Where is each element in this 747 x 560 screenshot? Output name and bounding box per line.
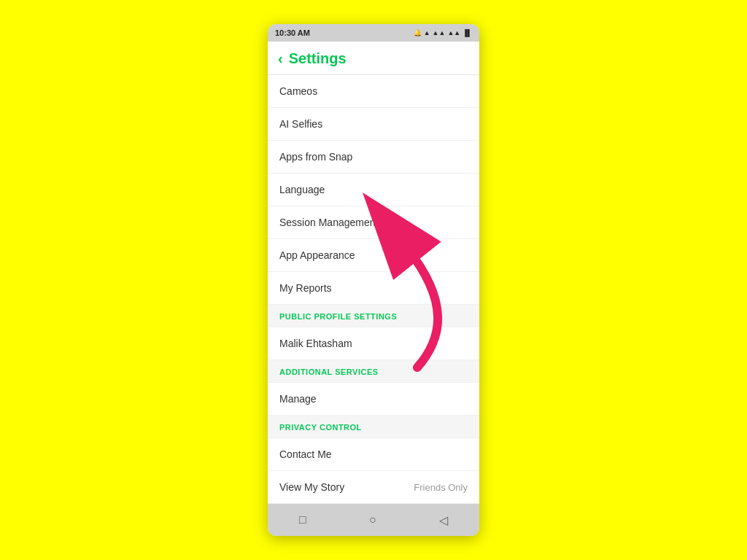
status-icons: 🔔 ▲ ▲▲ ▲▲ ▐▌ xyxy=(414,29,472,36)
section-header-public-profile: PUBLIC PROFILE SETTINGS xyxy=(268,305,479,327)
nav-triangle-button[interactable]: ◁ xyxy=(439,513,448,527)
nav-square-button[interactable]: □ xyxy=(299,513,306,526)
section-header-public-profile-label: PUBLIC PROFILE SETTINGS xyxy=(279,312,397,321)
menu-item-view-my-story-label: View My Story xyxy=(279,481,344,493)
menu-item-session-management[interactable]: Session Management xyxy=(268,206,479,239)
battery-icon: ▐▌ xyxy=(462,29,472,36)
section-header-additional-services-label: ADDITIONAL SERVICES xyxy=(279,368,379,376)
section-header-additional-services: ADDITIONAL SERVICES xyxy=(268,360,479,383)
menu-item-my-reports[interactable]: My Reports xyxy=(268,272,479,305)
settings-header: ‹ Settings xyxy=(268,42,479,75)
menu-item-language-label: Language xyxy=(279,184,325,195)
menu-item-view-my-story-value: Friends Only xyxy=(414,482,468,493)
phone-frame: 10:30 AM 🔔 ▲ ▲▲ ▲▲ ▐▌ ‹ Settings Cameos … xyxy=(268,24,479,536)
signal-icon: ▲▲ xyxy=(433,29,446,36)
menu-item-my-reports-label: My Reports xyxy=(279,282,332,294)
menu-item-manage-label: Manage xyxy=(279,393,317,405)
menu-item-ai-selfies[interactable]: AI Selfies xyxy=(268,108,479,141)
wifi-icon: ▲ xyxy=(424,29,430,36)
menu-item-session-management-label: Session Management xyxy=(279,217,378,228)
menu-item-view-my-story[interactable]: View My Story Friends Only xyxy=(268,471,479,504)
section-header-privacy-control: PRIVACY CONTROL xyxy=(268,416,479,438)
menu-item-malik-ehtasham-label: Malik Ehtasham xyxy=(279,338,352,349)
status-time: 10:30 AM xyxy=(275,28,310,37)
data-icon: ▲▲ xyxy=(447,29,460,36)
menu-item-cameos-label: Cameos xyxy=(279,85,317,97)
settings-list: Cameos AI Selfies Apps from Snap Languag… xyxy=(268,75,479,504)
nav-bar: □ ○ ◁ xyxy=(268,504,479,536)
menu-item-manage[interactable]: Manage xyxy=(268,383,479,416)
menu-item-app-appearance[interactable]: App Appearance xyxy=(268,239,479,272)
menu-item-contact-me-label: Contact Me xyxy=(279,448,332,460)
back-icon[interactable]: ‹ xyxy=(278,50,283,67)
section-header-privacy-control-label: PRIVACY CONTROL xyxy=(279,423,362,432)
menu-item-app-appearance-label: App Appearance xyxy=(279,249,355,261)
status-bar: 10:30 AM 🔔 ▲ ▲▲ ▲▲ ▐▌ xyxy=(268,24,479,42)
header-title: Settings xyxy=(289,50,347,67)
bell-icon: 🔔 xyxy=(414,29,422,36)
menu-item-apps-from-snap-label: Apps from Snap xyxy=(279,151,352,163)
menu-item-apps-from-snap[interactable]: Apps from Snap xyxy=(268,141,479,174)
menu-item-cameos[interactable]: Cameos xyxy=(268,75,479,108)
menu-item-contact-me[interactable]: Contact Me xyxy=(268,438,479,471)
menu-item-ai-selfies-label: AI Selfies xyxy=(279,118,322,130)
menu-item-malik-ehtasham[interactable]: Malik Ehtasham xyxy=(268,327,479,360)
menu-item-language[interactable]: Language xyxy=(268,174,479,206)
nav-circle-button[interactable]: ○ xyxy=(369,513,376,526)
